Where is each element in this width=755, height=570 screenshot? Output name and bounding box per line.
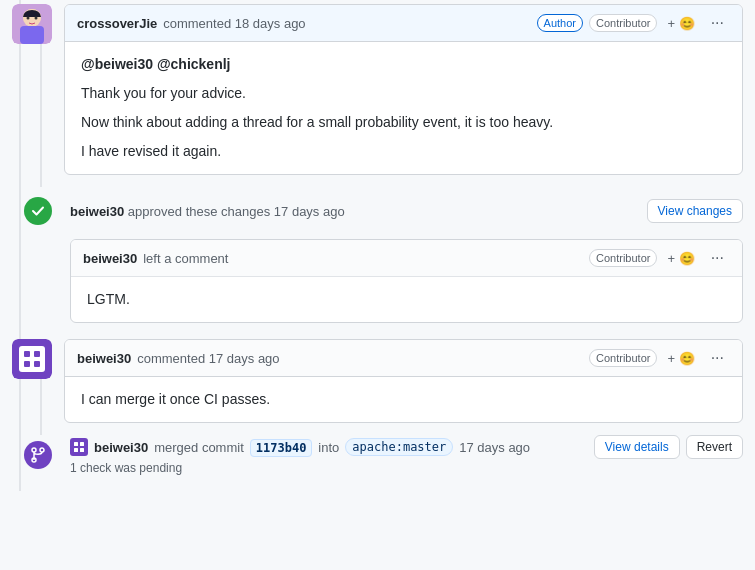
comment-item-1: crossoverJie commented 18 days ago Autho… [12,4,743,175]
view-changes-button[interactable]: View changes [647,199,744,223]
merge-action-prefix: merged commit [154,440,244,455]
more-button-review[interactable]: ··· [705,248,730,268]
merge-main-line: beiwei30 merged commit 1173b40 into apac… [70,435,743,459]
emoji-button-review[interactable]: + 😊 [663,249,698,268]
svg-rect-15 [74,448,78,452]
approval-action: approved these changes [128,204,274,219]
svg-point-5 [35,17,38,20]
merge-icon-wrap [18,435,58,475]
merge-action-middle: into [318,440,339,455]
approval-text: beiwei30 approved these changes 17 days … [70,204,635,219]
mention-chickenlj: @chickenlj [157,56,231,72]
comment-timestamp-1: commented 18 days ago [163,16,305,31]
merge-icon [24,441,52,469]
review-comment-body: LGTM. [71,277,742,322]
approval-username: beiwei30 [70,204,124,219]
comment-username-1: crossoverJie [77,16,157,31]
approval-timestamp: 17 days ago [274,204,345,219]
comment-item-2: beiwei30 commented 17 days ago Contribut… [12,339,743,423]
avatar-purple-icon [12,339,52,379]
comment-box-2: beiwei30 commented 17 days ago Contribut… [64,339,743,423]
svg-rect-13 [74,442,78,446]
comment-2-username: beiwei30 [77,351,131,366]
emoji-button-2[interactable]: + 😊 [663,349,698,368]
commit-hash: 1173b40 [250,439,313,457]
more-button-1[interactable]: ··· [705,13,730,33]
svg-rect-9 [34,361,40,367]
avatar-crossoverjie [12,4,52,44]
body-line-4: I have revised it again. [81,141,726,162]
revert-button[interactable]: Revert [686,435,743,459]
body-line-2: Thank you for your advice. [81,83,726,104]
merge-buttons: View details Revert [594,435,743,459]
merge-content: beiwei30 merged commit 1173b40 into apac… [70,435,743,475]
emoji-button-1[interactable]: + 😊 [663,14,698,33]
view-details-button[interactable]: View details [594,435,680,459]
comment-actions-1: Author Contributor + 😊 ··· [537,13,730,33]
review-comment-action: left a comment [143,251,228,266]
approval-icon-wrap [18,191,58,231]
review-comment-username: beiwei30 [83,251,137,266]
branch-tag: apache:master [345,438,453,456]
merge-username: beiwei30 [94,440,148,455]
comment-body-2: I can merge it once CI passes. [65,377,742,422]
comment-box-1: crossoverJie commented 18 days ago Autho… [64,4,743,175]
comment-body-1: @beiwei30 @chickenlj Thank you for your … [65,42,742,174]
green-check-icon [24,197,52,225]
ci-passes-text: I can merge it once CI passes. [81,389,726,410]
merge-timestamp: 17 days ago [459,440,530,455]
svg-point-4 [27,17,30,20]
avatar-beiwei30-1 [12,339,52,379]
svg-rect-16 [80,448,84,452]
contributor-badge-1: Contributor [589,14,657,32]
lgtm-text: LGTM. [87,289,726,310]
merge-row: beiwei30 merged commit 1173b40 into apac… [18,435,743,475]
contributor-badge-2: Contributor [589,349,657,367]
author-badge: Author [537,14,583,32]
svg-rect-2 [20,26,44,44]
svg-rect-14 [80,442,84,446]
svg-point-10 [32,448,36,452]
comment-header-2: beiwei30 commented 17 days ago Contribut… [65,340,742,377]
svg-rect-8 [24,361,30,367]
contributor-badge-review: Contributor [589,249,657,267]
merge-sub-text: 1 check was pending [70,461,743,475]
svg-point-11 [40,448,44,452]
more-button-2[interactable]: ··· [705,348,730,368]
body-line-3: Now think about adding a thread for a sm… [81,112,726,133]
review-comment-header: beiwei30 left a comment Contributor + 😊 … [71,240,742,277]
review-comment-box: beiwei30 left a comment Contributor + 😊 … [70,239,743,323]
mention-beiwei30: @beiwei30 [81,56,153,72]
approval-row: beiwei30 approved these changes 17 days … [18,191,743,231]
comment-2-timestamp: commented 17 days ago [137,351,279,366]
svg-rect-7 [34,351,40,357]
svg-rect-6 [24,351,30,357]
merge-avatar-small [70,438,88,456]
avatar-grid-icon [19,346,45,372]
comment-header-1: crossoverJie commented 18 days ago Autho… [65,5,742,42]
